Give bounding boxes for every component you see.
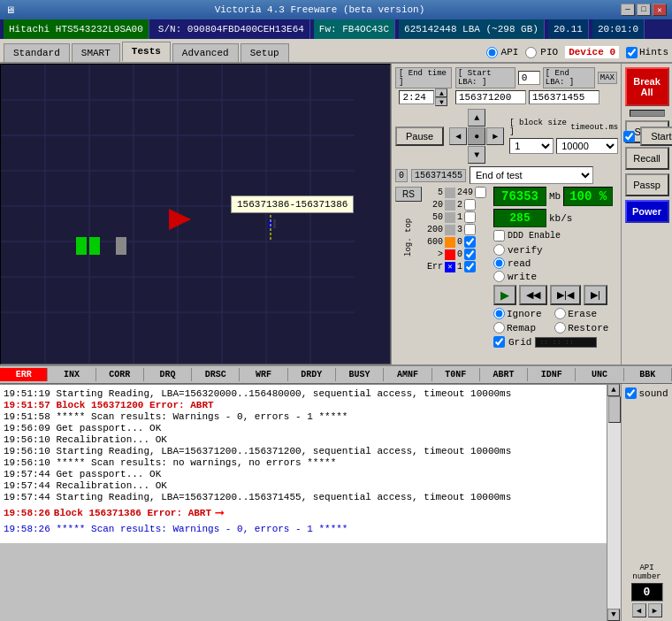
log-scrollbar[interactable]: ▲ ▼ [607,384,621,621]
end-lba-input1[interactable] [455,90,526,104]
col-busy[interactable]: BUSY [336,368,384,381]
col-amnf[interactable]: AMNF [384,368,431,381]
svg-rect-15 [89,237,100,255]
write-radio[interactable] [493,271,505,282]
tab-standard[interactable]: Standard [4,43,70,62]
col-drdy[interactable]: DRDY [288,368,336,381]
volume-slider[interactable] [630,110,665,117]
api-up-button[interactable]: ▶ [648,603,662,617]
block-timeout-section: [ block size ] timeout.ms 1248 100005000… [509,119,618,154]
ignore-radio[interactable] [493,308,505,319]
dpad-checkbox[interactable] [623,131,635,142]
log-line-8: 19:57:44 Get passport... OK [4,469,603,479]
restore-radio[interactable] [554,322,566,334]
bar-200-check[interactable] [464,224,476,235]
pause-button[interactable]: Pause [395,126,444,146]
maximize-button[interactable]: □ [637,4,651,16]
dpad-center[interactable]: ● [468,127,485,145]
end-lba-input2[interactable] [529,90,599,104]
col-unc[interactable]: UNC [576,368,623,381]
bar-20-check[interactable] [464,199,476,211]
api-radio[interactable] [486,47,498,58]
hints-checkbox[interactable] [626,47,638,58]
block-size-select[interactable]: 1248 [509,138,554,154]
start-lba-input[interactable] [518,71,540,85]
rs-button[interactable]: RS [395,187,422,202]
tab-advanced[interactable]: Advanced [172,43,239,62]
api-radio-group[interactable]: API [486,47,519,58]
remap-radio[interactable] [493,322,505,334]
rewind-button[interactable]: ◀◀ [519,285,547,305]
break-all-button[interactable]: BreakAll [625,67,669,106]
sound-label-group[interactable]: sound [625,387,668,399]
skip-button[interactable]: ▶|◀ [550,285,581,305]
read-radio[interactable] [493,257,505,269]
col-t0nf[interactable]: T0NF [432,368,480,381]
read-radio-label[interactable]: read [493,257,613,269]
end-time-down[interactable]: ▼ [435,97,447,106]
dpad-left[interactable]: ◀ [449,127,467,145]
col-inx[interactable]: INX [48,368,95,381]
timeout-select[interactable]: 10000500020000 [556,138,618,154]
bar-50-check[interactable] [464,211,476,223]
dpad-down[interactable]: ▼ [468,146,485,164]
power-button[interactable]: Power [625,200,669,223]
pio-radio-group[interactable]: PIO [525,47,558,58]
col-drq[interactable]: DRQ [144,368,192,381]
play-button[interactable]: ▶ [493,285,516,305]
dpad-right[interactable]: ▶ [486,127,504,145]
scroll-up-button[interactable]: ▲ [607,384,620,396]
svg-marker-19 [169,209,191,230]
bar-5-check[interactable] [475,187,486,198]
start-button[interactable]: Start [640,126,672,146]
api-down-button[interactable]: ◀ [632,603,646,617]
pio-radio[interactable] [525,47,537,58]
end-time-up[interactable]: ▲ [435,88,447,97]
close-button[interactable]: ✕ [653,4,667,16]
tab-smart[interactable]: SMART [72,43,120,62]
ddd-enable-check[interactable] [493,230,505,242]
end-time-input[interactable] [399,90,434,104]
log-line-5: 19:56:10 Recalibration... OK [4,434,603,445]
bar-gt [445,249,455,260]
hints-checkbox-label[interactable]: Hints [626,47,668,58]
minimize-button[interactable]: ─ [621,4,635,16]
col-wrf[interactable]: WRF [240,368,287,381]
log-line-12: 19:58:26 ***** Scan results: Warnings - … [4,524,603,534]
grid-row: Grid :: :: :: [493,336,613,348]
end-button[interactable]: ▶| [584,285,607,305]
col-bbk[interactable]: BBK [624,368,672,381]
passp-button[interactable]: Passp [625,173,669,196]
verify-radio[interactable] [493,244,505,256]
erase-radio[interactable] [554,308,566,319]
end-lba-max[interactable]: MAX [598,72,617,84]
bar-600-check[interactable] [464,236,476,248]
end-of-test-select[interactable]: End of test Loop Stop [470,166,593,184]
col-drsc[interactable]: DRSC [192,368,240,381]
col-idnf[interactable]: IDNF [528,368,576,381]
col-abrt[interactable]: ABRT [480,368,528,381]
kbs-unit: kb/s [549,213,572,224]
scroll-thumb[interactable] [608,396,621,423]
verify-radio-label[interactable]: verify [493,244,613,256]
col-err[interactable]: ERR [0,368,48,381]
log-line-7: 19:56:10 ***** Scan results: no warnings… [4,457,603,468]
device-label: Device 0 [565,46,619,58]
scroll-down-button[interactable]: ▼ [607,609,620,621]
bar-gt-check[interactable] [464,249,476,260]
dpad-up[interactable]: ▲ [468,109,485,126]
sound-checkbox[interactable] [625,387,637,399]
title-text: Victoria 4.3 Freeware (beta version) [215,4,425,15]
write-radio-label[interactable]: write [493,271,613,282]
tab-setup[interactable]: Setup [241,43,289,62]
api-number-display: 0 [631,583,663,602]
col-corr[interactable]: CORR [96,368,144,381]
bars-section: 5 249 20 2 50 1 [425,187,486,348]
api-spinner: ◀ ▶ [632,603,662,617]
tab-tests[interactable]: Tests [122,42,171,62]
recall-button[interactable]: Recall [625,147,669,170]
bar-err-check[interactable] [464,261,476,272]
log-line-3: 19:51:58 ***** Scan results: Warnings - … [4,411,603,422]
percent-display: 100 % [563,187,613,206]
grid-checkbox[interactable] [493,336,505,348]
